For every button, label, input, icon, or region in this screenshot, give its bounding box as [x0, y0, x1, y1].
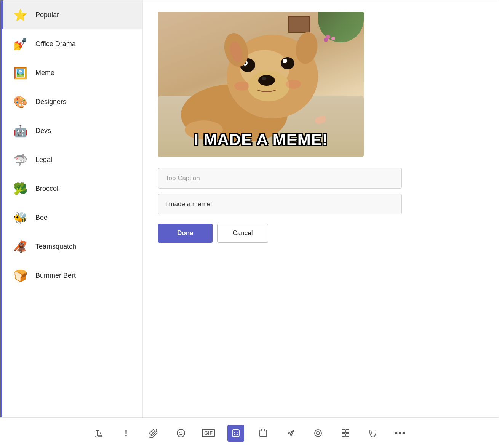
sidebar-item-designers[interactable]: 🎨Designers — [2, 87, 142, 116]
gif-icon: GIF — [202, 429, 215, 437]
sidebar-popular-label: Popular — [35, 11, 59, 19]
svg-point-27 — [317, 432, 320, 435]
attach-button[interactable] — [145, 425, 162, 442]
svg-point-26 — [315, 430, 321, 437]
top-caption-input[interactable] — [158, 168, 402, 189]
svg-point-23 — [234, 432, 235, 433]
send-icon — [286, 429, 295, 438]
sidebar-devs-label: Devs — [35, 127, 51, 135]
emoji-button[interactable] — [173, 425, 189, 442]
loop-button[interactable] — [310, 425, 326, 442]
format-icon — [94, 428, 104, 438]
sidebar-item-broccoli[interactable]: 🥦Broccoli — [2, 174, 142, 203]
sidebar-legal-label: Legal — [35, 156, 52, 164]
apps-button[interactable] — [365, 425, 381, 442]
svg-point-10 — [283, 59, 287, 63]
sidebar-item-devs[interactable]: 🤖Devs — [2, 116, 142, 145]
cancel-button[interactable]: Cancel — [217, 224, 269, 243]
sidebar-item-bummer-bert[interactable]: 🍞Bummer Bert — [2, 261, 142, 290]
attach-icon — [149, 429, 158, 438]
sidebar-meme-label: Meme — [35, 69, 54, 77]
sidebar-devs-icon: 🤖 — [11, 122, 29, 140]
svg-rect-22 — [232, 430, 239, 437]
sidebar-designers-icon: 🎨 — [11, 93, 29, 111]
svg-point-20 — [179, 432, 180, 432]
svg-point-19 — [177, 429, 185, 437]
sidebar-meme-icon: 🖼️ — [11, 64, 29, 82]
emoji-icon — [176, 429, 186, 438]
sidebar-popular-icon: ⭐ — [11, 6, 29, 24]
sticker-button[interactable] — [227, 425, 244, 442]
svg-point-4 — [258, 75, 275, 86]
sidebar-item-office-drama[interactable]: 💅Office Drama — [2, 29, 142, 58]
sidebar-bee-label: Bee — [35, 214, 48, 222]
sidebar-broccoli-label: Broccoli — [35, 185, 60, 193]
gif-button[interactable]: GIF — [200, 425, 217, 442]
sidebar-designers-label: Designers — [35, 98, 66, 106]
sidebar-item-popular[interactable]: ⭐Popular — [2, 0, 142, 29]
svg-rect-30 — [342, 434, 345, 437]
sidebar-bee-icon: 🐝 — [11, 208, 29, 227]
schedule-icon — [259, 429, 268, 438]
sidebar-teamsquatch-label: Teamsquatch — [35, 243, 76, 251]
important-button[interactable]: ! — [118, 425, 134, 442]
svg-rect-31 — [346, 434, 349, 437]
schedule-button[interactable] — [255, 425, 272, 442]
message-toolbar: ! GIF — [0, 418, 499, 448]
svg-rect-29 — [346, 430, 349, 433]
svg-rect-28 — [342, 430, 345, 433]
svg-point-9 — [281, 57, 294, 69]
format-button[interactable] — [90, 425, 107, 442]
sidebar-item-bee[interactable]: 🐝Bee — [2, 203, 142, 232]
svg-point-5 — [262, 77, 266, 80]
loop-icon — [313, 429, 323, 438]
sidebar-item-legal[interactable]: 🦈Legal — [2, 145, 142, 174]
sidebar-office-drama-label: Office Drama — [35, 40, 76, 48]
more-icon: ••• — [395, 428, 406, 438]
sidebar-item-meme[interactable]: 🖼️Meme — [2, 58, 142, 87]
important-icon: ! — [125, 428, 128, 438]
sidebar-bummer-bert-icon: 🍞 — [11, 266, 29, 285]
sidebar-broccoli-icon: 🥦 — [11, 179, 29, 198]
whiteboard-icon — [341, 429, 350, 438]
svg-point-24 — [237, 432, 238, 433]
more-button[interactable]: ••• — [392, 425, 409, 442]
meme-bottom-caption-display: I MADE A MEME! — [158, 131, 364, 149]
meme-preview-image: I MADE A MEME! — [158, 12, 364, 157]
svg-point-15 — [234, 82, 250, 91]
svg-point-16 — [286, 80, 301, 89]
sidebar-item-teamsquatch[interactable]: 🦧Teamsquatch — [2, 232, 142, 261]
sidebar-office-drama-icon: 💅 — [11, 35, 29, 53]
meme-editor-panel: I MADE A MEME! Done Cancel — [143, 0, 499, 417]
action-buttons: Done Cancel — [158, 224, 483, 243]
svg-rect-25 — [260, 430, 267, 437]
send-button[interactable] — [282, 425, 299, 442]
svg-point-21 — [182, 432, 182, 432]
doge-svg — [166, 27, 326, 141]
bottom-caption-input[interactable] — [158, 194, 402, 214]
sticker-category-sidebar: ⭐Popular💅Office Drama🖼️Meme🎨Designers🤖De… — [2, 0, 143, 417]
sticker-icon — [231, 429, 240, 438]
whiteboard-button[interactable] — [337, 425, 354, 442]
sidebar-bummer-bert-label: Bummer Bert — [35, 272, 76, 280]
sidebar-teamsquatch-icon: 🦧 — [11, 237, 29, 256]
apps-icon — [368, 429, 377, 438]
done-button[interactable]: Done — [158, 224, 213, 243]
sidebar-legal-icon: 🦈 — [11, 150, 29, 169]
svg-rect-17 — [314, 115, 326, 125]
